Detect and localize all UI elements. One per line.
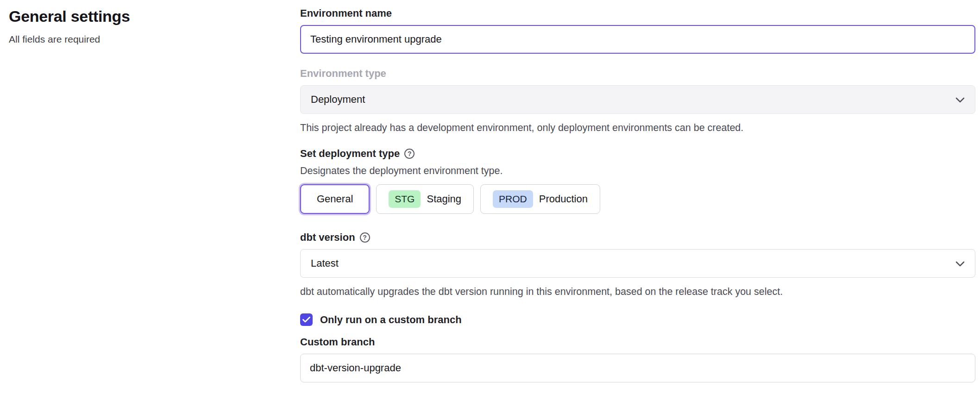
deployment-type-options: General STG Staging PROD Production [300, 184, 975, 214]
deployment-type-label-text: Set deployment type [300, 148, 400, 160]
settings-header: General settings All fields are required [0, 0, 300, 400]
check-icon [302, 317, 310, 323]
environment-type-group: Environment type Deployment This project… [300, 68, 975, 134]
help-icon[interactable]: ? [404, 149, 415, 159]
environment-type-label: Environment type [300, 68, 975, 80]
dbt-version-helper: dbt automatically upgrades the dbt versi… [300, 286, 975, 298]
custom-branch-toggle-label: Only run on a custom branch [320, 314, 462, 326]
dbt-version-label-text: dbt version [300, 231, 355, 244]
environment-name-input[interactable] [300, 25, 975, 54]
deployment-type-label: Set deployment type ? [300, 148, 975, 160]
environment-name-label: Environment name [300, 7, 975, 19]
custom-branch-toggle-row: Only run on a custom branch [300, 313, 975, 326]
settings-form: Environment name Environment type Deploy… [300, 0, 980, 400]
production-badge: PROD [493, 190, 533, 208]
deployment-type-description: Designates the deployment environment ty… [300, 165, 975, 177]
dbt-version-select[interactable]: Latest [300, 249, 975, 278]
environment-type-select: Deployment [300, 85, 975, 114]
deployment-option-staging-label: Staging [427, 193, 461, 205]
custom-branch-checkbox[interactable] [300, 313, 313, 326]
deployment-type-group: Set deployment type ? Designates the dep… [300, 148, 975, 214]
chevron-down-icon [955, 257, 965, 269]
environment-type-helper: This project already has a development e… [300, 122, 975, 134]
chevron-down-icon [955, 94, 965, 106]
custom-branch-group: Custom branch [300, 336, 975, 382]
environment-name-group: Environment name [300, 7, 975, 54]
page-subtitle: All fields are required [9, 34, 300, 45]
custom-branch-input[interactable] [300, 354, 975, 382]
deployment-option-general-label: General [317, 193, 353, 205]
dbt-version-label: dbt version ? [300, 231, 975, 244]
deployment-option-production-label: Production [539, 193, 588, 205]
page-title: General settings [9, 7, 300, 25]
dbt-version-value: Latest [311, 257, 339, 269]
staging-badge: STG [389, 190, 421, 208]
settings-page: General settings All fields are required… [0, 0, 980, 400]
dbt-version-group: dbt version ? Latest dbt automatically u… [300, 231, 975, 298]
deployment-option-staging[interactable]: STG Staging [376, 184, 474, 214]
help-icon[interactable]: ? [360, 232, 370, 243]
environment-type-value: Deployment [311, 94, 365, 106]
custom-branch-label: Custom branch [300, 336, 975, 348]
deployment-option-production[interactable]: PROD Production [480, 184, 600, 214]
deployment-option-general[interactable]: General [300, 184, 370, 214]
